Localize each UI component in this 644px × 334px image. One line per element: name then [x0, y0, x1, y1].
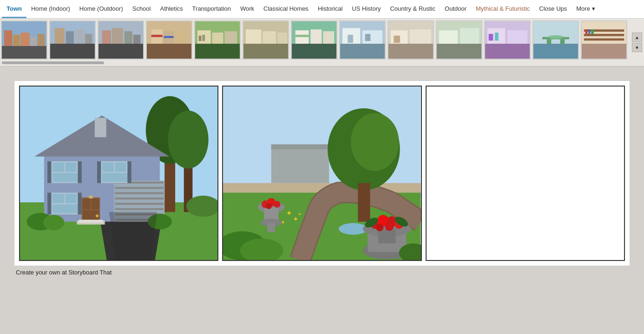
svg-rect-23 — [175, 33, 187, 44]
svg-point-137 — [351, 113, 399, 171]
svg-rect-72 — [582, 44, 626, 59]
svg-rect-56 — [437, 44, 481, 59]
svg-text:✦: ✦ — [286, 209, 292, 218]
thumb-12[interactable] — [532, 20, 579, 60]
svg-rect-48 — [348, 35, 353, 43]
svg-rect-103 — [78, 161, 81, 183]
nav-item-home-indoor[interactable]: Home (Indoor) — [26, 0, 75, 18]
svg-rect-74 — [584, 34, 624, 36]
thumb-13[interactable] — [581, 20, 627, 60]
storyboard-cell-1[interactable] — [19, 86, 218, 261]
svg-rect-14 — [99, 44, 143, 59]
svg-rect-115 — [78, 193, 81, 214]
svg-rect-20 — [147, 44, 191, 59]
storyboard-cell-2[interactable]: ✦ ✦ ✦ ✦ ✦ ✦ — [222, 86, 421, 261]
svg-rect-130 — [271, 144, 329, 183]
svg-rect-101 — [53, 173, 78, 182]
svg-rect-106 — [115, 162, 126, 172]
thumb-10[interactable] — [436, 20, 482, 60]
svg-rect-75 — [584, 38, 624, 40]
svg-rect-107 — [102, 173, 127, 182]
svg-rect-41 — [310, 29, 322, 44]
svg-rect-114 — [47, 193, 51, 214]
storyboard-cell-3[interactable] — [426, 86, 625, 261]
nav-item-transportation[interactable]: Transportation — [188, 0, 236, 18]
svg-rect-36 — [263, 31, 276, 44]
svg-rect-131 — [271, 144, 329, 149]
scroll-track-container — [0, 61, 644, 66]
svg-rect-112 — [66, 194, 77, 203]
svg-rect-91 — [115, 187, 164, 189]
svg-rect-39 — [292, 44, 336, 59]
svg-rect-63 — [489, 34, 493, 40]
svg-rect-78 — [591, 29, 594, 34]
svg-rect-93 — [115, 198, 164, 200]
svg-rect-105 — [102, 162, 114, 172]
scroll-up-button[interactable]: ▲ — [632, 33, 642, 42]
svg-rect-94 — [115, 203, 164, 205]
scroll-track[interactable] — [2, 61, 104, 64]
thumb-1[interactable] — [1, 20, 47, 60]
svg-text:✦: ✦ — [281, 219, 286, 226]
svg-rect-53 — [410, 29, 431, 44]
thumb-2[interactable] — [49, 20, 96, 60]
nav-item-athletics[interactable]: Athletics — [155, 0, 187, 18]
thumb-11[interactable] — [484, 20, 531, 60]
svg-rect-45 — [340, 44, 385, 59]
svg-point-125 — [43, 215, 65, 230]
scroll-down-button[interactable]: ▼ — [632, 43, 642, 52]
svg-rect-99 — [53, 162, 65, 172]
nav-bar: Town Home (Indoor) Home (Outdoor) School… — [0, 0, 644, 19]
nav-item-town[interactable]: Town — [2, 0, 26, 18]
strip-controls: ▲ ▼ — [632, 33, 642, 52]
thumb-9[interactable] — [388, 20, 434, 60]
svg-rect-113 — [53, 204, 78, 214]
svg-rect-95 — [115, 208, 164, 210]
nav-item-classical-homes[interactable]: Classical Homes — [259, 0, 313, 18]
svg-rect-102 — [47, 161, 51, 183]
svg-rect-3 — [13, 35, 20, 46]
svg-rect-25 — [164, 36, 173, 38]
nav-item-school[interactable]: School — [128, 0, 156, 18]
svg-rect-1 — [2, 46, 46, 59]
svg-point-161 — [376, 224, 384, 232]
thumbnail-strip — [0, 19, 644, 61]
svg-rect-142 — [268, 223, 276, 233]
svg-rect-100 — [66, 162, 77, 172]
nav-item-more[interactable]: More ▾ — [572, 0, 599, 18]
thumb-8[interactable] — [339, 20, 386, 60]
nav-item-home-outdoor[interactable]: Home (Outdoor) — [75, 0, 128, 18]
nav-item-close-ups[interactable]: Close Ups — [534, 0, 572, 18]
thumbnail-strip-wrapper: ▲ ▼ — [0, 19, 644, 67]
svg-rect-138 — [358, 183, 370, 221]
svg-rect-108 — [97, 161, 101, 183]
svg-rect-32 — [202, 35, 205, 41]
svg-rect-117 — [83, 199, 91, 209]
svg-rect-31 — [199, 36, 202, 41]
svg-rect-64 — [495, 33, 499, 40]
nav-item-mythical-futuristic[interactable]: Mythical & Futuristic — [471, 0, 534, 18]
svg-rect-118 — [92, 199, 99, 209]
nav-item-us-history[interactable]: US History — [347, 0, 385, 18]
thumb-4[interactable] — [146, 20, 192, 60]
svg-rect-122 — [79, 220, 103, 222]
nav-item-work[interactable]: Work — [236, 0, 259, 18]
svg-rect-111 — [53, 194, 65, 203]
svg-point-145 — [274, 201, 281, 208]
svg-rect-109 — [127, 161, 131, 183]
svg-point-70 — [548, 35, 564, 39]
svg-rect-62 — [507, 30, 527, 44]
svg-point-85 — [168, 111, 208, 168]
svg-rect-2 — [4, 30, 12, 46]
nav-item-historical[interactable]: Historical — [313, 0, 347, 18]
thumb-7[interactable] — [291, 20, 337, 60]
nav-item-outdoor[interactable]: Outdoor — [440, 0, 471, 18]
svg-rect-18 — [133, 35, 140, 44]
thumb-6[interactable] — [243, 20, 289, 60]
svg-rect-34 — [243, 44, 288, 59]
svg-rect-6 — [38, 34, 45, 46]
nav-item-country-rustic[interactable]: Country & Rustic — [385, 0, 440, 18]
svg-rect-58 — [460, 28, 479, 44]
thumb-3[interactable] — [98, 20, 144, 60]
thumb-5[interactable] — [194, 20, 241, 60]
